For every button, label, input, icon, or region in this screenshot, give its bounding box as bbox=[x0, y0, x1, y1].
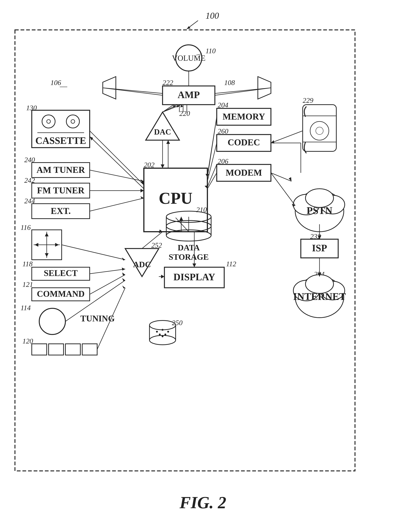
ref-118: 118 bbox=[22, 260, 33, 268]
svg-point-106 bbox=[162, 329, 163, 331]
ref-244: 244 bbox=[24, 197, 35, 205]
ref-100: 100 bbox=[205, 11, 219, 21]
svg-point-121 bbox=[305, 189, 334, 207]
ref-112: 112 bbox=[226, 260, 236, 268]
ref-120: 120 bbox=[22, 337, 33, 345]
ref-252: 252 bbox=[151, 241, 162, 249]
dac-label: DAC bbox=[154, 128, 171, 136]
svg-point-107 bbox=[167, 331, 169, 333]
pstn-label: PSTN bbox=[307, 205, 332, 216]
data-storage-label: DATA bbox=[178, 243, 200, 252]
fm-tuner-label: FM TUNER bbox=[37, 185, 85, 195]
ref-240: 240 bbox=[24, 156, 35, 164]
modem-label: MODEM bbox=[226, 168, 262, 177]
command-label: COMMAND bbox=[37, 289, 85, 299]
ref-116: 116 bbox=[21, 224, 31, 231]
display-label: DISPLAY bbox=[173, 272, 215, 282]
volume-label: VOLUME bbox=[172, 54, 205, 62]
ref-106: 106 bbox=[51, 79, 61, 87]
ref-260: 260 bbox=[218, 127, 228, 135]
cassette-label: CASSETTE bbox=[35, 135, 86, 146]
ref-250: 250 bbox=[172, 319, 182, 327]
ref-202: 202 bbox=[144, 161, 154, 169]
ext-label: EXT. bbox=[51, 206, 71, 216]
ref-220: 220 bbox=[179, 109, 190, 117]
diagram-svg: 100 VOLUME 110 AMP 222 106 108 DAC 220 C… bbox=[0, 0, 406, 532]
svg-point-108 bbox=[159, 334, 161, 335]
ref-242: 242 bbox=[24, 176, 35, 184]
internet-label: INTERNET bbox=[293, 291, 346, 302]
ref-110: 110 bbox=[205, 47, 216, 55]
svg-point-109 bbox=[164, 334, 166, 335]
ref-121: 121 bbox=[22, 280, 33, 288]
ref-114: 114 bbox=[21, 304, 31, 312]
memory-label: MEMORY bbox=[223, 112, 265, 122]
am-tuner-label: AM TUNER bbox=[36, 165, 85, 175]
page: 100 VOLUME 110 AMP 222 106 108 DAC 220 C… bbox=[0, 0, 406, 532]
svg-point-105 bbox=[156, 331, 158, 333]
isp-label: ISP bbox=[312, 243, 327, 253]
ref-130: 130 bbox=[26, 104, 37, 112]
ref-108: 108 bbox=[224, 79, 235, 87]
figure-label: FIG. 2 bbox=[179, 493, 226, 512]
codec-label: CODEC bbox=[228, 137, 260, 147]
ref-210: 210 bbox=[196, 206, 207, 214]
select-label: SELECT bbox=[44, 268, 78, 278]
ref-206: 206 bbox=[218, 157, 228, 165]
ref-204: 204 bbox=[218, 101, 228, 109]
cpu-label: CPU bbox=[159, 189, 193, 207]
amp-label: AMP bbox=[178, 89, 200, 100]
adc-label: ADC bbox=[133, 260, 151, 269]
svg-point-110 bbox=[162, 335, 163, 337]
data-storage-label2: STORAGE bbox=[169, 252, 209, 262]
svg-point-130 bbox=[305, 275, 334, 293]
ref-229: 229 bbox=[303, 96, 313, 104]
ref-222: 222 bbox=[163, 79, 173, 87]
